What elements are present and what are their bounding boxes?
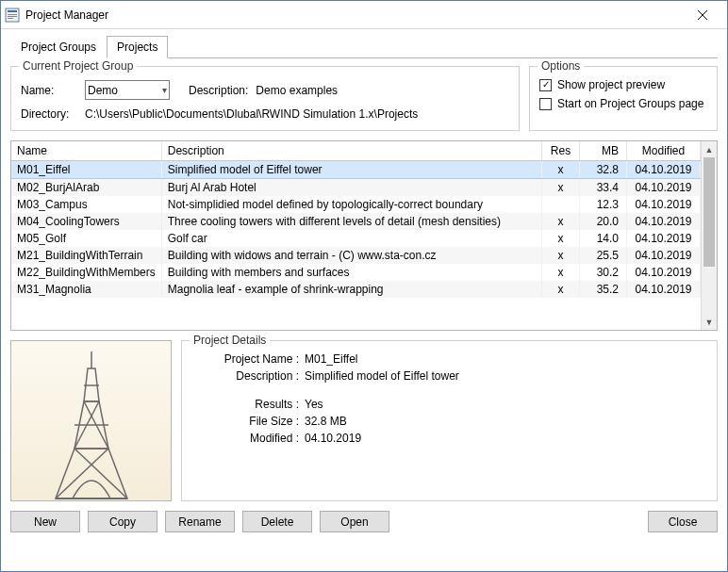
- projects-table[interactable]: Name Description Res MB Modified M01_Eif…: [11, 141, 701, 298]
- detail-desc-value: Simplified model of Eiffel tower: [305, 369, 707, 383]
- scroll-up-icon[interactable]: ▲: [702, 141, 717, 157]
- table-row[interactable]: M03_CampusNot-simplidied model defined b…: [11, 196, 701, 213]
- detail-results-label: Results :: [201, 398, 305, 411]
- show-preview-checkbox[interactable]: ✓ Show project preview: [539, 78, 707, 91]
- svg-rect-3: [8, 16, 17, 17]
- scroll-down-icon[interactable]: ▼: [702, 314, 717, 330]
- open-button[interactable]: Open: [320, 511, 389, 532]
- cell-mod: 04.10.2019: [627, 161, 701, 179]
- table-row[interactable]: M21_BuildingWithTerrainBuilding with wid…: [11, 247, 701, 264]
- cell-desc: Golf car: [161, 230, 541, 247]
- detail-size-label: File Size :: [201, 415, 305, 428]
- cell-mod: 04.10.2019: [627, 281, 701, 298]
- dir-label: Directory:: [21, 107, 77, 121]
- cell-res: x: [542, 281, 580, 298]
- window-title: Project Manager: [25, 8, 684, 22]
- cell-name: M21_BuildingWithTerrain: [11, 247, 161, 264]
- checkbox-box: ✓: [539, 79, 552, 91]
- tab-projects[interactable]: Projects: [107, 36, 168, 58]
- table-row[interactable]: M01_EiffelSimplified model of Eiffel tow…: [11, 161, 701, 179]
- tab-project-groups[interactable]: Project Groups: [10, 36, 107, 58]
- start-on-groups-checkbox[interactable]: Start on Project Groups page: [539, 97, 707, 110]
- copy-button[interactable]: Copy: [88, 511, 157, 532]
- cell-desc: Building with members and surfaces: [161, 264, 541, 281]
- vertical-scrollbar[interactable]: ▲ ▼: [701, 141, 717, 330]
- cell-mb: 30.2: [580, 264, 627, 281]
- app-icon: [5, 8, 20, 23]
- table-row[interactable]: M22_BuildingWithMembersBuilding with mem…: [11, 264, 701, 281]
- col-modified[interactable]: Modified: [627, 141, 701, 161]
- desc-label: Description:: [189, 84, 248, 97]
- cell-desc: Not-simplidied model defined by topologi…: [161, 196, 541, 213]
- new-button[interactable]: New: [10, 511, 80, 532]
- cell-mb: 33.4: [580, 179, 627, 197]
- cell-res: [542, 196, 580, 213]
- group-name-value: Demo: [88, 84, 118, 97]
- cell-res: x: [542, 213, 580, 230]
- projects-table-wrap: Name Description Res MB Modified M01_Eif…: [10, 140, 718, 331]
- cell-mod: 04.10.2019: [627, 264, 701, 281]
- col-mb[interactable]: MB: [580, 141, 627, 161]
- group-name-combo[interactable]: Demo ▾: [85, 80, 170, 100]
- button-bar: New Copy Rename Delete Open Close: [10, 511, 718, 532]
- name-label: Name:: [21, 84, 77, 97]
- cell-mb: 35.2: [580, 281, 627, 298]
- scroll-thumb[interactable]: [703, 157, 715, 267]
- table-row[interactable]: M04_CoolingTowersThree cooling towers wi…: [11, 213, 701, 230]
- cell-mod: 04.10.2019: [627, 196, 701, 213]
- cell-mod: 04.10.2019: [627, 230, 701, 247]
- eiffel-tower-icon: [44, 350, 139, 500]
- detail-desc-label: Description :: [201, 369, 305, 383]
- chevron-down-icon: ▾: [162, 85, 167, 95]
- close-button[interactable]: Close: [648, 511, 718, 532]
- table-row[interactable]: M31_MagnoliaMagnolia leaf - example of s…: [11, 281, 701, 298]
- cell-mod: 04.10.2019: [627, 179, 701, 197]
- titlebar: Project Manager: [1, 1, 727, 29]
- group-legend: Current Project Group: [19, 59, 137, 73]
- col-description[interactable]: Description: [161, 141, 541, 161]
- table-row[interactable]: M05_GolfGolf carx14.004.10.2019: [11, 230, 701, 247]
- detail-name-label: Project Name :: [201, 352, 305, 366]
- cell-name: M04_CoolingTowers: [11, 213, 161, 230]
- cell-mb: 14.0: [580, 230, 627, 247]
- tab-strip: Project Groups Projects: [10, 35, 718, 58]
- cell-desc: Three cooling towers with different leve…: [161, 213, 541, 230]
- cell-res: x: [542, 161, 580, 179]
- delete-button[interactable]: Delete: [242, 511, 312, 532]
- dir-value: C:\Users\Public\Documents\Dlubal\RWIND S…: [85, 107, 418, 121]
- cell-name: M01_Eiffel: [11, 161, 161, 179]
- cell-name: M02_BurjAlArab: [11, 179, 161, 197]
- cell-desc: Simplified model of Eiffel tower: [161, 161, 541, 179]
- svg-rect-2: [8, 14, 17, 15]
- cell-desc: Burj Al Arab Hotel: [161, 179, 541, 197]
- cell-res: x: [542, 179, 580, 197]
- table-row[interactable]: M02_BurjAlArabBurj Al Arab Hotelx33.404.…: [11, 179, 701, 197]
- project-preview: [10, 340, 172, 501]
- svg-rect-4: [8, 18, 13, 19]
- detail-modified-label: Modified :: [201, 432, 305, 445]
- detail-size-value: 32.8 MB: [305, 415, 707, 428]
- current-project-group: Current Project Group Name: Demo ▾ Descr…: [10, 66, 520, 131]
- options-group: Options ✓ Show project preview Start on …: [529, 66, 718, 131]
- col-res[interactable]: Res: [542, 141, 580, 161]
- cell-name: M22_BuildingWithMembers: [11, 264, 161, 281]
- cell-mb: 25.5: [580, 247, 627, 264]
- cell-name: M05_Golf: [11, 230, 161, 247]
- cell-name: M31_Magnolia: [11, 281, 161, 298]
- rename-button[interactable]: Rename: [165, 511, 235, 532]
- scroll-track[interactable]: [702, 157, 717, 314]
- col-name[interactable]: Name: [11, 141, 161, 161]
- close-window-button[interactable]: [684, 4, 721, 26]
- cell-mod: 04.10.2019: [627, 247, 701, 264]
- options-legend: Options: [538, 59, 584, 73]
- svg-rect-1: [8, 10, 17, 12]
- details-legend: Project Details: [190, 334, 270, 347]
- cell-mb: 20.0: [580, 213, 627, 230]
- project-details: Project Details Project Name : M01_Eiffe…: [181, 340, 718, 501]
- checkbox-box: [539, 98, 552, 110]
- cell-res: x: [542, 264, 580, 281]
- start-on-groups-label: Start on Project Groups page: [557, 97, 703, 110]
- close-icon: [698, 10, 707, 20]
- detail-name-value: M01_Eiffel: [305, 352, 707, 366]
- cell-mod: 04.10.2019: [627, 213, 701, 230]
